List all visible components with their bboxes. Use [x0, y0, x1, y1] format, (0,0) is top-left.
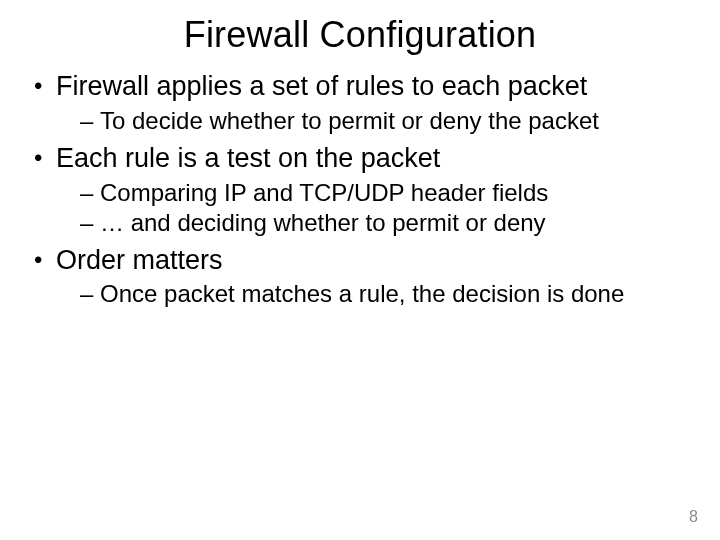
sub-bullet-text: To decide whether to permit or deny the … — [100, 107, 599, 134]
sub-bullet-item: Once packet matches a rule, the decision… — [80, 279, 690, 309]
sub-bullet-list: Comparing IP and TCP/UDP header fields …… — [56, 178, 690, 238]
bullet-text: Firewall applies a set of rules to each … — [56, 71, 587, 101]
sub-bullet-text: … and deciding whether to permit or deny — [100, 209, 546, 236]
sub-bullet-text: Once packet matches a rule, the decision… — [100, 280, 624, 307]
sub-bullet-list: To decide whether to permit or deny the … — [56, 106, 690, 136]
page-number: 8 — [689, 508, 698, 526]
sub-bullet-item: Comparing IP and TCP/UDP header fields — [80, 178, 690, 208]
bullet-text: Each rule is a test on the packet — [56, 143, 440, 173]
slide-content: Firewall applies a set of rules to each … — [0, 70, 720, 309]
bullet-list: Firewall applies a set of rules to each … — [30, 70, 690, 309]
sub-bullet-list: Once packet matches a rule, the decision… — [56, 279, 690, 309]
bullet-text: Order matters — [56, 245, 223, 275]
sub-bullet-text: Comparing IP and TCP/UDP header fields — [100, 179, 548, 206]
bullet-item: Each rule is a test on the packet Compar… — [30, 142, 690, 238]
slide: Firewall Configuration Firewall applies … — [0, 0, 720, 540]
bullet-item: Order matters Once packet matches a rule… — [30, 244, 690, 310]
sub-bullet-item: … and deciding whether to permit or deny — [80, 208, 690, 238]
bullet-item: Firewall applies a set of rules to each … — [30, 70, 690, 136]
slide-title: Firewall Configuration — [0, 0, 720, 66]
sub-bullet-item: To decide whether to permit or deny the … — [80, 106, 690, 136]
